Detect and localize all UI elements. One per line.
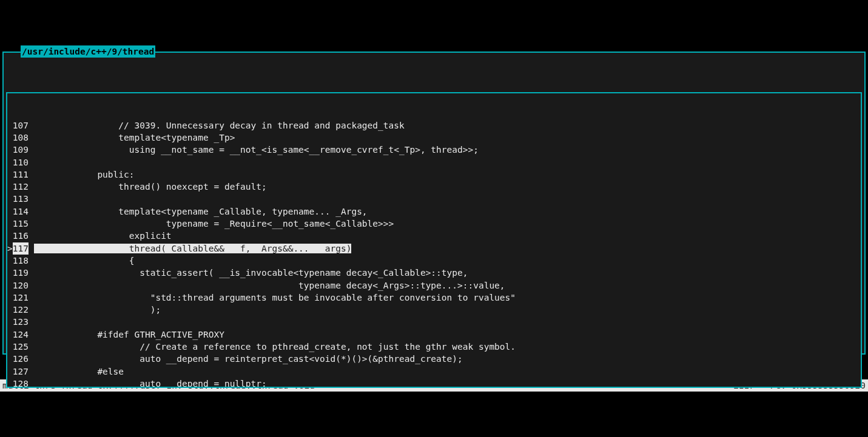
current-line-marker	[7, 144, 13, 156]
source-code: thread(_Callable&& __f, _Args&&... __arg…	[29, 242, 861, 255]
line-number: 117	[13, 242, 29, 255]
code-area[interactable]: 107 // 3039. Unnecessary decay in thread…	[7, 118, 861, 388]
current-line-marker	[7, 279, 13, 292]
source-line: 121 "std::thread arguments must be invoc…	[7, 292, 861, 304]
source-code: // Create a reference to pthread_create,…	[29, 341, 861, 353]
source-line: 122 );	[7, 304, 861, 316]
source-line: 111 public:	[7, 168, 861, 181]
source-code: thread() noexcept = default;	[29, 181, 861, 193]
current-line-marker	[7, 255, 13, 267]
source-line: 125 // Create a reference to pthread_cre…	[7, 341, 861, 353]
current-line-marker	[7, 193, 13, 205]
line-number: 122	[13, 304, 29, 316]
source-line: 126 auto __depend = reinterpret_cast<voi…	[7, 353, 861, 365]
current-line-marker	[7, 292, 13, 304]
source-code: template<typename _Tp>	[29, 132, 861, 144]
source-line: 120 typename decay<_Args>::type...>::val…	[7, 279, 861, 292]
line-number: 120	[13, 279, 29, 292]
file-path-title: /usr/include/c++/9/thread	[21, 45, 155, 58]
current-line-marker: >	[7, 242, 13, 255]
line-number: 127	[13, 365, 29, 378]
current-line-marker	[7, 230, 13, 242]
line-number: 114	[13, 205, 29, 218]
line-number: 125	[13, 341, 29, 353]
source-code: public:	[29, 168, 861, 181]
source-code: template<typename _Callable, typename...…	[29, 205, 861, 218]
source-line: 108 template<typename _Tp>	[7, 132, 861, 144]
source-code: typename decay<_Args>::type...>::value,	[29, 279, 861, 292]
source-line: 115 typename = _Require<__not_same<_Call…	[7, 218, 861, 230]
source-code: explicit	[29, 230, 861, 242]
current-line-marker	[7, 156, 13, 168]
current-line-marker	[7, 304, 13, 316]
line-number: 108	[13, 132, 29, 144]
line-number: 124	[13, 329, 29, 341]
current-line-marker	[7, 119, 13, 132]
source-line: >117 thread(_Callable&& __f, _Args&&... …	[7, 242, 861, 255]
source-line: 116 explicit	[7, 230, 861, 242]
source-code	[29, 316, 861, 328]
current-line-marker	[7, 378, 13, 388]
line-number: 118	[13, 255, 29, 267]
current-line-marker	[7, 218, 13, 230]
line-number: 112	[13, 181, 29, 193]
source-line: 110	[7, 156, 861, 168]
current-line-marker	[7, 341, 13, 353]
line-number: 109	[13, 144, 29, 156]
source-line: 107 // 3039. Unnecessary decay in thread…	[7, 119, 861, 132]
current-line-marker	[7, 168, 13, 181]
source-line: 127 #else	[7, 365, 861, 378]
line-number: 110	[13, 156, 29, 168]
source-code: auto __depend = nullptr;	[29, 378, 861, 388]
source-line: 113	[7, 193, 861, 205]
current-line-marker	[7, 132, 13, 144]
source-code: );	[29, 304, 861, 316]
current-line-marker	[7, 267, 13, 279]
source-line: 119 static_assert( __is_invocable<typena…	[7, 267, 861, 279]
source-code: using __not_same = __not_<is_same<__remo…	[29, 144, 861, 156]
current-line-marker	[7, 316, 13, 328]
source-code: #ifdef GTHR_ACTIVE_PROXY	[29, 329, 861, 341]
source-window: /usr/include/c++/9/thread 107 // 3039. U…	[2, 52, 866, 355]
line-number: 111	[13, 168, 29, 181]
line-number: 116	[13, 230, 29, 242]
current-line-marker	[7, 353, 13, 365]
line-number: 119	[13, 267, 29, 279]
line-number: 121	[13, 292, 29, 304]
current-line-marker	[7, 365, 13, 378]
gdb-console[interactable]: (gdb) n(gdb) n(gdb) n(gdb) n(gdb) n with…	[0, 416, 868, 437]
source-code: auto __depend = reinterpret_cast<void(*)…	[29, 353, 861, 365]
line-number: 128	[13, 378, 29, 388]
line-number: 113	[13, 193, 29, 205]
source-inner: 107 // 3039. Unnecessary decay in thread…	[6, 92, 862, 388]
source-code: static_assert( __is_invocable<typename d…	[29, 267, 861, 279]
line-number: 126	[13, 353, 29, 365]
source-code: {	[29, 255, 861, 267]
current-line-marker	[7, 329, 13, 341]
source-code: typename = _Require<__not_same<_Callable…	[29, 218, 861, 230]
source-line: 118 {	[7, 255, 861, 267]
source-code	[29, 193, 861, 205]
source-line: 112 thread() noexcept = default;	[7, 181, 861, 193]
source-code	[29, 156, 861, 168]
source-line: 109 using __not_same = __not_<is_same<__…	[7, 144, 861, 156]
source-line: 124 #ifdef GTHR_ACTIVE_PROXY	[7, 329, 861, 341]
line-number: 107	[13, 119, 29, 132]
source-code: #else	[29, 365, 861, 378]
line-number: 123	[13, 316, 29, 328]
current-line-marker	[7, 181, 13, 193]
current-line-marker	[7, 205, 13, 218]
line-number: 115	[13, 218, 29, 230]
source-line: 123	[7, 316, 861, 328]
source-line: 114 template<typename _Callable, typenam…	[7, 205, 861, 218]
source-line: 128 auto __depend = nullptr;	[7, 378, 861, 388]
source-code: // 3039. Unnecessary decay in thread and…	[29, 119, 861, 132]
source-code: "std::thread arguments must be invocable…	[29, 292, 861, 304]
